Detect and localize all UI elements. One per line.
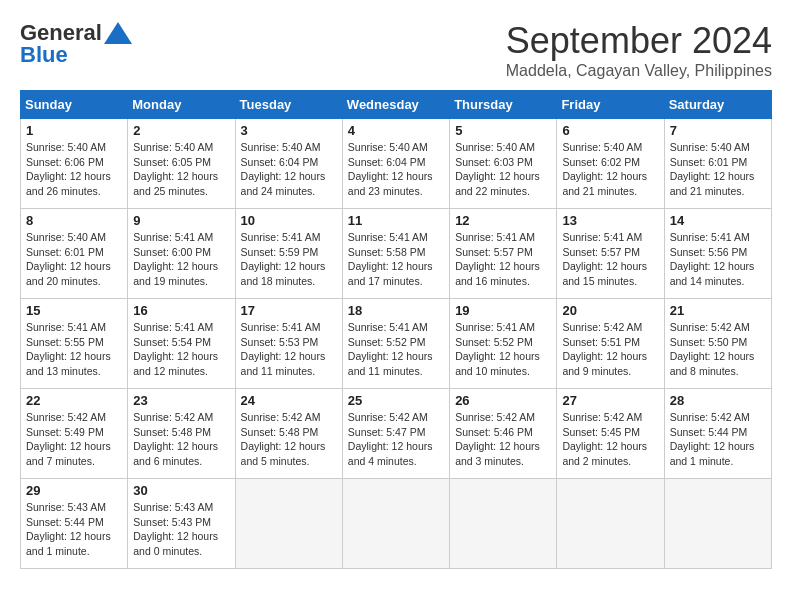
empty-cell [664,479,771,569]
page-title: September 2024 [506,20,772,62]
list-item: 20 Sunrise: 5:42 AMSunset: 5:51 PMDaylig… [557,299,664,389]
list-item: 25 Sunrise: 5:42 AMSunset: 5:47 PMDaylig… [342,389,449,479]
list-item: 10 Sunrise: 5:41 AMSunset: 5:59 PMDaylig… [235,209,342,299]
col-thursday: Thursday [450,91,557,119]
calendar-table: Sunday Monday Tuesday Wednesday Thursday… [20,90,772,569]
empty-cell [342,479,449,569]
col-friday: Friday [557,91,664,119]
list-item: 16 Sunrise: 5:41 AMSunset: 5:54 PMDaylig… [128,299,235,389]
col-wednesday: Wednesday [342,91,449,119]
table-row: 15 Sunrise: 5:41 AMSunset: 5:55 PMDaylig… [21,299,772,389]
col-tuesday: Tuesday [235,91,342,119]
table-row: 1 Sunrise: 5:40 AMSunset: 6:06 PMDayligh… [21,119,772,209]
list-item: 12 Sunrise: 5:41 AMSunset: 5:57 PMDaylig… [450,209,557,299]
page-subtitle: Maddela, Cagayan Valley, Philippines [506,62,772,80]
list-item: 21 Sunrise: 5:42 AMSunset: 5:50 PMDaylig… [664,299,771,389]
title-area: September 2024 Maddela, Cagayan Valley, … [506,20,772,80]
empty-cell [235,479,342,569]
list-item: 22 Sunrise: 5:42 AMSunset: 5:49 PMDaylig… [21,389,128,479]
list-item: 30 Sunrise: 5:43 AMSunset: 5:43 PMDaylig… [128,479,235,569]
list-item: 26 Sunrise: 5:42 AMSunset: 5:46 PMDaylig… [450,389,557,479]
col-sunday: Sunday [21,91,128,119]
list-item: 2 Sunrise: 5:40 AMSunset: 6:05 PMDayligh… [128,119,235,209]
list-item: 9 Sunrise: 5:41 AMSunset: 6:00 PMDayligh… [128,209,235,299]
list-item: 27 Sunrise: 5:42 AMSunset: 5:45 PMDaylig… [557,389,664,479]
empty-cell [450,479,557,569]
list-item: 7 Sunrise: 5:40 AMSunset: 6:01 PMDayligh… [664,119,771,209]
empty-cell [557,479,664,569]
logo: General Blue [20,20,132,68]
svg-marker-0 [104,22,132,44]
list-item: 11 Sunrise: 5:41 AMSunset: 5:58 PMDaylig… [342,209,449,299]
list-item: 14 Sunrise: 5:41 AMSunset: 5:56 PMDaylig… [664,209,771,299]
calendar-header-row: Sunday Monday Tuesday Wednesday Thursday… [21,91,772,119]
list-item: 8 Sunrise: 5:40 AMSunset: 6:01 PMDayligh… [21,209,128,299]
list-item: 17 Sunrise: 5:41 AMSunset: 5:53 PMDaylig… [235,299,342,389]
list-item: 6 Sunrise: 5:40 AMSunset: 6:02 PMDayligh… [557,119,664,209]
logo-blue: Blue [20,42,68,68]
col-monday: Monday [128,91,235,119]
list-item: 3 Sunrise: 5:40 AMSunset: 6:04 PMDayligh… [235,119,342,209]
list-item: 18 Sunrise: 5:41 AMSunset: 5:52 PMDaylig… [342,299,449,389]
list-item: 24 Sunrise: 5:42 AMSunset: 5:48 PMDaylig… [235,389,342,479]
list-item: 23 Sunrise: 5:42 AMSunset: 5:48 PMDaylig… [128,389,235,479]
logo-icon [104,22,132,44]
table-row: 29 Sunrise: 5:43 AMSunset: 5:44 PMDaylig… [21,479,772,569]
list-item: 28 Sunrise: 5:42 AMSunset: 5:44 PMDaylig… [664,389,771,479]
table-row: 22 Sunrise: 5:42 AMSunset: 5:49 PMDaylig… [21,389,772,479]
list-item: 15 Sunrise: 5:41 AMSunset: 5:55 PMDaylig… [21,299,128,389]
list-item: 4 Sunrise: 5:40 AMSunset: 6:04 PMDayligh… [342,119,449,209]
table-row: 8 Sunrise: 5:40 AMSunset: 6:01 PMDayligh… [21,209,772,299]
list-item: 29 Sunrise: 5:43 AMSunset: 5:44 PMDaylig… [21,479,128,569]
list-item: 13 Sunrise: 5:41 AMSunset: 5:57 PMDaylig… [557,209,664,299]
list-item: 1 Sunrise: 5:40 AMSunset: 6:06 PMDayligh… [21,119,128,209]
col-saturday: Saturday [664,91,771,119]
list-item: 19 Sunrise: 5:41 AMSunset: 5:52 PMDaylig… [450,299,557,389]
list-item: 5 Sunrise: 5:40 AMSunset: 6:03 PMDayligh… [450,119,557,209]
header: General Blue September 2024 Maddela, Cag… [20,20,772,80]
